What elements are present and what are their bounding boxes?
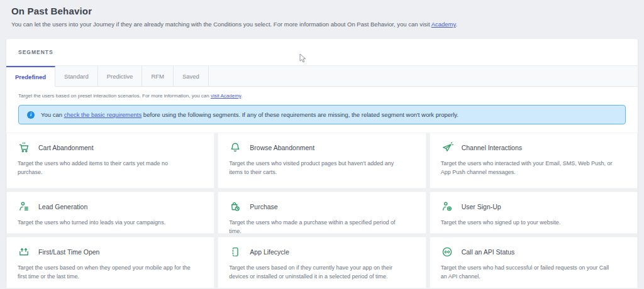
card-call-an-api-status[interactable]: Call an API Status Target the users who … (430, 237, 638, 288)
card-head: User Sign-Up (441, 200, 626, 213)
card-app-lifecycle[interactable]: App Lifecycle Target the users based on … (218, 237, 426, 288)
segment-cards-grid: Cart Abandonment Target the users who ad… (6, 133, 638, 288)
card-title: Channel Interactions (462, 144, 522, 151)
page-subtitle-end: . (456, 21, 458, 28)
tab-rfm[interactable]: RFM (142, 66, 174, 86)
card-title: Browse Abandonment (250, 144, 314, 151)
card-description: Target the users who added items to thei… (18, 160, 192, 177)
card-head: First/Last Time Open (18, 246, 203, 258)
card-title: Cart Abandonment (38, 144, 94, 151)
card-head: App Lifecycle (229, 246, 414, 258)
send-icon (441, 141, 453, 154)
tab-standard[interactable]: Standard (55, 66, 98, 86)
card-lead-generation[interactable]: Lead Generation Target the users who tur… (6, 192, 214, 234)
card-description: Target the users who signed up to your w… (441, 219, 616, 227)
info-icon: i (27, 111, 35, 119)
tab-predefined[interactable]: Predefined (6, 66, 55, 87)
card-cart-abandonment[interactable]: Cart Abandonment Target the users who ad… (6, 133, 214, 188)
api-icon (441, 246, 453, 258)
card-description: Target the users who turned into leads v… (18, 219, 192, 227)
banner-suffix: before using the following segments. If … (142, 111, 458, 118)
page-title: On Past Behavior (11, 6, 634, 16)
app-lifecycle-icon (229, 246, 242, 258)
visit-academy-link[interactable]: visit Academy (211, 93, 241, 99)
card-title: User Sign-Up (462, 203, 501, 210)
first-last-open-icon (18, 246, 30, 258)
card-head: Lead Generation (18, 200, 203, 213)
banner-text: You can check the basic requirements bef… (41, 111, 458, 118)
card-description: Target the users based on if they curren… (229, 264, 404, 281)
purchase-icon (229, 200, 242, 213)
banner-prefix: You can (41, 111, 64, 118)
card-title: App Lifecycle (250, 248, 289, 256)
basic-requirements-link[interactable]: check the basic requirements (64, 111, 142, 118)
card-description: Target the users who interacted with you… (441, 160, 616, 177)
card-browse-abandonment[interactable]: Browse Abandonment Target the users who … (218, 133, 426, 188)
segments-header-bar: SEGMENTS (6, 39, 638, 66)
card-first-last-time-open[interactable]: First/Last Time Open Target the users ba… (6, 237, 214, 288)
user-plus-icon (441, 200, 453, 213)
segments-tab-strip: Predefined Standard Predictive RFM Saved (6, 66, 638, 87)
card-head: Purchase (229, 200, 414, 213)
card-title: Call an API Status (462, 248, 515, 256)
page-header: On Past Behavior You can let the users i… (11, 6, 634, 28)
card-user-sign-up[interactable]: User Sign-Up Target the users who signed… (430, 192, 638, 234)
card-channel-interactions[interactable]: Channel Interactions Target the users wh… (430, 133, 638, 188)
page-subtitle: You can let the users into your Journey … (11, 21, 634, 28)
tab-description: Target the users based on preset interac… (18, 93, 626, 99)
card-description: Target the users who had successful or f… (441, 264, 616, 281)
card-head: Call an API Status (441, 246, 626, 258)
lead-icon (18, 200, 30, 213)
card-title: Purchase (250, 203, 277, 210)
card-title: Lead Generation (38, 203, 87, 210)
tab-saved[interactable]: Saved (174, 66, 209, 86)
card-purchase[interactable]: Purchase Target the users who made a pur… (218, 192, 426, 234)
requirements-banner: i You can check the basic requirements b… (18, 105, 626, 124)
tab-predictive[interactable]: Predictive (98, 66, 143, 86)
tab-description-text: Target the users based on preset interac… (18, 93, 211, 99)
card-head: Cart Abandonment (18, 141, 203, 154)
tab-description-end: . (241, 93, 242, 99)
segments-heading: SEGMENTS (18, 49, 53, 55)
card-description: Target the users who made a purchase wit… (229, 219, 404, 236)
card-description: Target the users based on when they open… (18, 264, 192, 281)
cart-icon (18, 141, 30, 154)
page-subtitle-text: You can let the users into your Journey … (11, 21, 431, 28)
bell-icon (229, 141, 242, 154)
card-title: First/Last Time Open (38, 248, 99, 256)
card-description: Target the users who visited product pag… (229, 160, 404, 177)
card-head: Browse Abandonment (229, 141, 414, 154)
segments-panel: SEGMENTS Predefined Standard Predictive … (6, 39, 638, 281)
academy-link[interactable]: Academy (431, 21, 456, 28)
card-head: Channel Interactions (441, 141, 626, 154)
